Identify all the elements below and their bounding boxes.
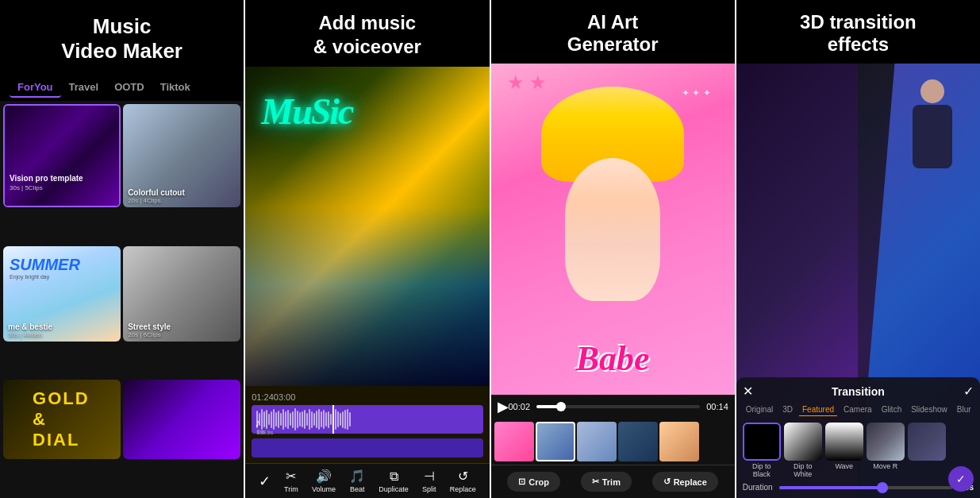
replace-label: Replace — [674, 477, 707, 487]
crop-button[interactable]: ⊡ Crop — [507, 472, 560, 492]
toolbar-replace-btn[interactable]: ↺ Replace — [450, 469, 476, 493]
fab-button[interactable]: ✓ — [948, 466, 974, 492]
transition-thumbs: Dip toBlack Dip toWhite Wave Move R — [743, 423, 974, 478]
trans-label-wave: Wave — [835, 462, 853, 470]
panel-3d-transition: 3D transition effects ✕ Transition ✓ Ori… — [736, 0, 980, 498]
trim-label: Trim — [602, 477, 621, 487]
toolbar-volume-btn[interactable]: 🔊 Volume — [312, 469, 336, 493]
person-head — [920, 79, 944, 103]
trans-thumb-move-r[interactable]: Move R — [867, 423, 905, 478]
duration-row: Duration 0.6s — [743, 483, 974, 492]
grid-cell-vision[interactable]: Vision pro template 30s | 5Clips — [3, 104, 121, 207]
toolbar-split-btn[interactable]: ⊣ Split — [422, 469, 436, 493]
split-label: Split — [422, 485, 436, 493]
panel1-title: Music Video Maker — [13, 14, 231, 64]
panel4-header: 3D transition effects — [736, 0, 980, 64]
check-icon: ✓ — [259, 473, 271, 490]
trans-label-dip-black: Dip toBlack — [752, 462, 771, 478]
timeline-waveform — [252, 405, 482, 434]
duplicate-label: Duplicate — [379, 485, 409, 493]
replace-label: Replace — [450, 485, 476, 493]
trans-tab-glitch[interactable]: Glitch — [878, 403, 905, 416]
beat-label: Beat — [350, 485, 365, 493]
tab-tiktok[interactable]: Tiktok — [152, 78, 198, 98]
trans-label-more — [925, 462, 928, 470]
dialog-title: Transition — [753, 385, 963, 398]
film-thumb-3[interactable] — [577, 422, 617, 461]
toolbar-trim-btn[interactable]: ✂ Trim — [284, 469, 298, 493]
grid-cell-street[interactable]: Street style 20s | 6Clips — [123, 246, 240, 342]
trans-tab-3d[interactable]: 3D — [779, 403, 796, 416]
timeline-track-container[interactable]: ♪ 138.9s 8m — [252, 405, 482, 434]
panel1-header: Music Video Maker — [0, 0, 244, 71]
grid-cell-summer[interactable]: Summer Enjoy bright day me & bestie 30s … — [3, 246, 121, 342]
replace-icon: ↺ — [663, 477, 671, 487]
duration-label: Duration — [743, 483, 773, 492]
replace-button[interactable]: ↺ Replace — [652, 472, 718, 492]
scissors-icon: ✂ — [286, 469, 296, 484]
timeline-music-note: ♪ — [255, 416, 260, 429]
panel2-toolbar: ✓ ✂ Trim 🔊 Volume 🎵 Beat ⧉ Duplicate ⊣ S… — [245, 463, 489, 498]
tab-ootd[interactable]: OOTD — [106, 78, 152, 98]
beat-icon: 🎵 — [349, 469, 365, 484]
trans-thumb-img-dip-white — [784, 423, 822, 461]
trans-thumb-wave[interactable]: Wave — [825, 423, 863, 478]
trans-thumb-img-more — [908, 423, 946, 461]
grid-cell-purple[interactable] — [123, 380, 240, 459]
grid-cell-cutout[interactable]: Colorful cutout 20s | 4Clips — [123, 104, 240, 207]
timeline-track-secondary[interactable] — [252, 438, 482, 457]
trans-thumb-img-wave — [825, 423, 863, 461]
panel1-grid: Vision pro template 30s | 5Clips Colorfu… — [0, 101, 244, 498]
film-thumb-4[interactable] — [618, 422, 658, 461]
trans-tab-camera[interactable]: Camera — [840, 403, 875, 416]
tab-travel[interactable]: Travel — [61, 78, 107, 98]
person-body — [913, 105, 952, 168]
dialog-confirm-button[interactable]: ✓ — [963, 384, 974, 399]
grid-cell-gold[interactable]: GOLD & DIAL — [3, 380, 121, 459]
cell-label-street: Street style 20s | 6Clips — [128, 322, 171, 338]
sparkle-decoration: ✦ ✦ ✦ — [682, 87, 711, 98]
cell-label-cutout: Colorful cutout 20s | 4Clips — [128, 188, 185, 204]
trans-thumb-dip-black[interactable]: Dip toBlack — [743, 423, 781, 478]
panel3-title: AI Art Generator — [504, 11, 722, 56]
duration-slider[interactable] — [779, 486, 952, 489]
toolbar-duplicate-btn[interactable]: ⧉ Duplicate — [379, 469, 409, 493]
tab-foryou[interactable]: ForYou — [10, 78, 61, 98]
film-thumb-2[interactable] — [536, 422, 575, 461]
timeline-track-main[interactable]: ♪ — [252, 405, 482, 434]
panel2-main-image: MuSic — [245, 67, 489, 386]
replace-icon: ↺ — [458, 469, 468, 484]
timeline-needle — [332, 405, 334, 434]
trans-tab-original[interactable]: Original — [743, 403, 776, 416]
cell-overlay-gold: GOLD & DIAL — [33, 388, 91, 450]
neon-text: MuSic — [261, 91, 352, 133]
panel3-playbar: ▶ 00:02 00:14 — [491, 395, 735, 419]
transition-dialog: ✕ Transition ✓ Original 3D Featured Came… — [736, 377, 980, 498]
trans-tab-blur[interactable]: Blur — [954, 403, 974, 416]
crop-label: Crop — [528, 477, 549, 487]
end-time: 00:14 — [706, 402, 728, 411]
progress-bar[interactable] — [536, 405, 700, 408]
crop-icon: ⊡ — [518, 477, 525, 487]
trans-thumb-more[interactable] — [908, 423, 946, 478]
trans-tab-featured[interactable]: Featured — [799, 403, 837, 416]
person-figure — [901, 79, 964, 191]
panel3-main-image: ★ ★ ✦ ✦ ✦ Babe — [491, 64, 735, 395]
trim-button[interactable]: ✂ Trim — [581, 472, 632, 492]
panel1-tabs: ForYou Travel OOTD Tiktok — [0, 71, 244, 101]
trans-tab-slideshow[interactable]: Slideshow — [908, 403, 951, 416]
trans-label-dip-white: Dip toWhite — [794, 462, 813, 478]
trans-thumb-dip-white[interactable]: Dip toWhite — [784, 423, 822, 478]
timeline-bm-label: 8m — [256, 429, 264, 435]
play-button[interactable]: ▶ — [498, 398, 509, 415]
panel4-main-image: ✕ Transition ✓ Original 3D Featured Came… — [736, 64, 980, 498]
toolbar-beat-btn[interactable]: 🎵 Beat — [349, 469, 365, 493]
panel3-toolbar: ⊡ Crop ✂ Trim ↺ Replace — [491, 465, 735, 498]
film-thumb-1[interactable] — [494, 422, 534, 461]
barbie-doll-figure — [491, 64, 735, 347]
panel3-header: AI Art Generator — [491, 0, 735, 64]
toolbar-check-btn[interactable]: ✓ — [259, 473, 271, 490]
film-thumb-5[interactable] — [659, 422, 699, 461]
dialog-close-button[interactable]: ✕ — [743, 384, 753, 399]
volume-label: Volume — [312, 485, 336, 493]
